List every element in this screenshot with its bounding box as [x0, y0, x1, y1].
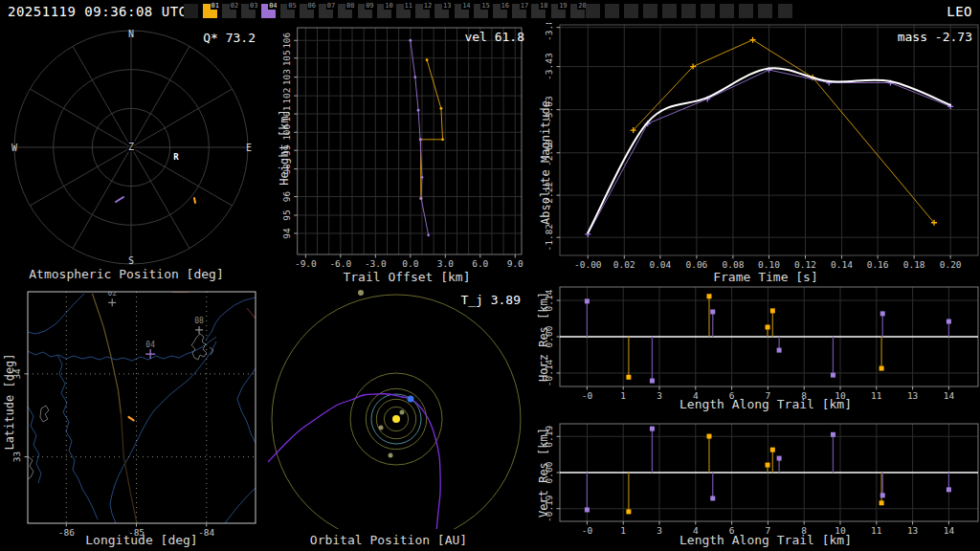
frame-thumbnail-20[interactable]: 20 [570, 4, 585, 18]
frame-thumbnail-15[interactable]: 15 [474, 4, 488, 18]
frame-thumbnail-12[interactable]: 12 [415, 4, 430, 18]
ground-map-chart: 020408-86-85-843433 [0, 282, 268, 551]
frame-thumbnail-label: 17 [520, 2, 529, 10]
frame-thumbnail-06[interactable]: 06 [300, 4, 314, 18]
svg-text:95: 95 [281, 209, 292, 220]
svg-text:105: 105 [281, 50, 292, 66]
svg-text:W: W [11, 143, 18, 153]
frame-thumbnail[interactable] [624, 4, 638, 18]
panel-title-vel: vel 61.8 [464, 30, 524, 44]
frame-thumbnail[interactable] [681, 4, 696, 18]
frame-thumbnail-07[interactable]: 07 [319, 4, 333, 18]
svg-text:3.0: 3.0 [437, 258, 454, 269]
svg-text:0.08: 0.08 [722, 259, 744, 270]
frame-thumbnail-16[interactable]: 16 [493, 4, 507, 18]
svg-text:0.06: 0.06 [685, 259, 707, 270]
frame-thumbnail-14[interactable]: 14 [455, 4, 469, 18]
frame-thumbnail-label: 03 [249, 2, 258, 10]
frame-thumbnail-label: 04 [268, 2, 278, 10]
frame-thumbnail[interactable] [739, 4, 753, 18]
svg-text:-3.43: -3.43 [544, 53, 554, 80]
y-axis-label-vert-res: Vert Res [km] [537, 428, 550, 518]
frame-thumbnail-label: 01 [211, 2, 220, 10]
frame-thumbnail-label: 19 [558, 2, 568, 10]
frame-thumbnail-17[interactable]: 17 [512, 4, 526, 18]
frame-thumbnail-04[interactable]: 04 [261, 4, 276, 18]
frame-thumbnail-label: 12 [423, 2, 433, 10]
frame-thumbnail[interactable] [184, 4, 198, 18]
frame-thumbnail[interactable] [778, 4, 792, 18]
svg-text:0.20: 0.20 [940, 259, 962, 270]
frame-thumbnail-09[interactable]: 09 [358, 4, 372, 18]
frame-thumbnail-03[interactable]: 03 [241, 4, 256, 18]
svg-text:0.12: 0.12 [794, 259, 816, 270]
svg-text:-6.0: -6.0 [329, 258, 351, 269]
y-axis-label-absolute-magnitude: Absolute Magnitude [539, 100, 552, 225]
svg-text:-3.0: -3.0 [365, 258, 387, 269]
frame-thumbnail[interactable] [758, 4, 772, 18]
svg-text:R: R [173, 152, 179, 162]
svg-text:33: 33 [11, 452, 22, 462]
frame-thumbnail-label: 11 [404, 2, 413, 10]
y-axis-label-latitude: Latitude [deg] [3, 353, 16, 450]
svg-text:9.0: 9.0 [507, 258, 523, 269]
panel-ground-map: 020408-86-85-843433 Longitude [deg] Lati… [0, 282, 268, 551]
panel-title-mass: mass -2.73 [898, 30, 972, 44]
svg-text:0.10: 0.10 [758, 259, 780, 270]
svg-text:-9.0: -9.0 [295, 258, 317, 269]
frame-thumbnail-label: 08 [345, 2, 355, 10]
frame-thumbnail-label: 14 [461, 2, 471, 10]
panel-atmospheric-position: NSEWZR Q* 73.2 Atmospheric Position [deg… [0, 23, 278, 282]
horz-residuals-chart: -0134678101113140.140.00-0.14 [536, 282, 980, 416]
svg-text:6.0: 6.0 [472, 258, 488, 269]
frame-thumbnail-02[interactable]: 02 [222, 4, 236, 18]
frame-thumbnail[interactable] [720, 4, 734, 18]
x-axis-label-longitude: Longitude [deg] [0, 533, 268, 547]
svg-text:-1.82: -1.82 [544, 224, 554, 252]
frame-thumbnail-label: 06 [307, 2, 317, 10]
frame-thumbnail-10[interactable]: 10 [377, 4, 391, 18]
frame-thumbnail-18[interactable]: 18 [531, 4, 546, 18]
svg-text:0.0: 0.0 [402, 258, 418, 269]
frame-thumbnail[interactable] [643, 4, 657, 18]
meteor-analysis-app: 20251119 09:36:08 UTC 010203040506070809… [0, 0, 980, 551]
svg-text:S: S [128, 255, 134, 266]
shower-code: LEO [947, 4, 972, 19]
frame-thumbnail-label: 07 [326, 2, 336, 10]
light-curve-chart: -0.000.020.040.060.080.100.120.140.160.1… [536, 23, 980, 282]
frame-thumbnail-label: 13 [442, 2, 452, 10]
panel-vert-residuals: -0134678101113140.190.00-0.19 Length Alo… [536, 416, 980, 551]
svg-text:102: 102 [281, 88, 292, 104]
frame-thumbnail-05[interactable]: 05 [280, 4, 295, 18]
frame-thumbnail[interactable] [586, 4, 600, 18]
frame-thumbnail-label: 02 [230, 2, 239, 10]
frame-thumbnail[interactable] [605, 4, 619, 18]
frame-thumbnail-strip: 0102030405060708091011121314151617181920 [0, 0, 980, 23]
frame-thumbnail-08[interactable]: 08 [338, 4, 352, 18]
svg-text:103: 103 [281, 69, 292, 85]
panel-title-q: Q* 73.2 [203, 31, 256, 45]
svg-text:E: E [246, 143, 252, 153]
vert-residuals-chart: -0134678101113140.190.00-0.19 [536, 416, 980, 551]
svg-text:106: 106 [281, 32, 292, 48]
frame-thumbnail-label: 10 [384, 2, 393, 10]
panel-title-tisserand: T_j 3.89 [460, 293, 521, 307]
frame-thumbnail-11[interactable]: 11 [396, 4, 411, 18]
trail-offset-chart: -9.0-6.0-3.00.03.06.09.09495969899100101… [278, 23, 536, 282]
frame-thumbnail-19[interactable]: 19 [551, 4, 566, 18]
frame-thumbnail-label: 09 [365, 2, 374, 10]
frame-thumbnail[interactable] [662, 4, 677, 18]
svg-text:94: 94 [281, 228, 292, 239]
svg-text:-0.00: -0.00 [574, 259, 602, 270]
svg-text:04: 04 [145, 341, 155, 349]
frame-thumbnail-label: 05 [287, 2, 297, 10]
frame-thumbnail-01[interactable]: 01 [203, 4, 217, 18]
svg-text:02: 02 [107, 289, 117, 298]
frame-thumbnail-13[interactable]: 13 [434, 4, 449, 18]
frame-thumbnail-label: 16 [501, 2, 510, 10]
svg-text:N: N [128, 29, 134, 39]
svg-text:0.16: 0.16 [867, 259, 889, 270]
svg-text:96: 96 [281, 191, 292, 203]
frame-thumbnail[interactable] [701, 4, 715, 18]
svg-text:0.18: 0.18 [903, 259, 925, 270]
